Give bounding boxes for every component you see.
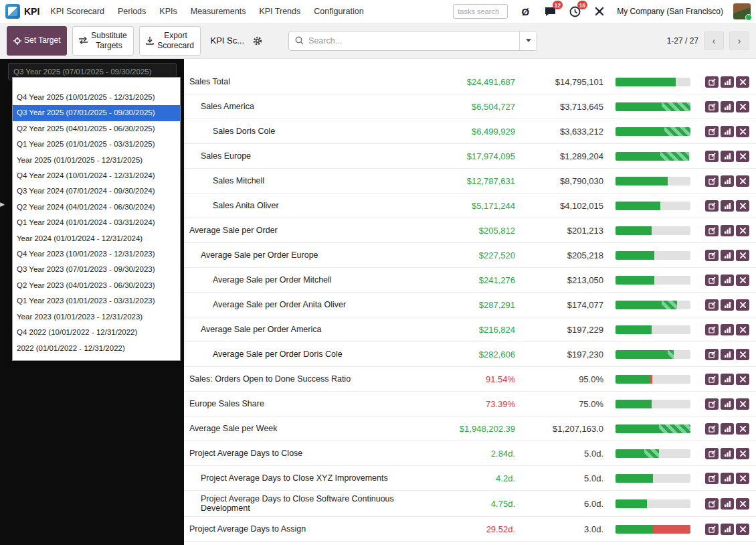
edit-button[interactable] — [705, 448, 719, 459]
chart-button[interactable] — [721, 473, 734, 484]
period-option[interactable]: Q3 Year 2024 (07/01/2024 - 09/30/2024) — [13, 183, 180, 199]
period-option[interactable]: Q1 Year 2024 (01/01/2024 - 03/31/2024) — [13, 215, 180, 230]
edit-button[interactable] — [705, 250, 719, 261]
chart-button[interactable] — [721, 299, 734, 311]
delete-button[interactable] — [736, 299, 749, 311]
sidebar-expand-arrow[interactable]: ▶ — [0, 201, 5, 208]
delete-button[interactable] — [736, 225, 749, 236]
delete-button[interactable] — [736, 398, 749, 410]
delete-button[interactable] — [736, 324, 749, 335]
delete-button[interactable] — [736, 473, 749, 484]
chart-button[interactable] — [721, 524, 734, 535]
edit-button[interactable] — [705, 225, 719, 236]
breadcrumb[interactable]: KPI Sc... — [210, 35, 244, 46]
chart-button[interactable] — [721, 200, 734, 212]
search-input[interactable] — [308, 31, 519, 50]
search-filter-toggle[interactable] — [519, 31, 537, 50]
chart-button[interactable] — [721, 374, 734, 385]
user-avatar[interactable] — [733, 3, 751, 19]
period-option[interactable]: Q3 Year 2023 (07/01/2023 - 09/30/2023) — [13, 262, 180, 277]
nav-item-kpi-scorecard[interactable]: KPI Scorecard — [50, 7, 104, 16]
edit-button[interactable] — [705, 76, 719, 88]
period-option[interactable]: Year 2025 (01/01/2025 - 12/31/2025) — [13, 153, 180, 168]
delete-button[interactable] — [736, 101, 749, 112]
chart-button[interactable] — [721, 76, 734, 88]
chart-button[interactable] — [721, 126, 734, 137]
chart-button[interactable] — [721, 349, 734, 360]
edit-button[interactable] — [705, 275, 719, 286]
delete-button[interactable] — [736, 349, 749, 360]
nav-item-kpis[interactable]: KPIs — [159, 7, 177, 16]
delete-button[interactable] — [736, 275, 749, 286]
delete-button[interactable] — [736, 126, 749, 137]
export-scorecard-button[interactable]: Export Scorecard — [139, 26, 201, 56]
delete-button[interactable] — [736, 151, 749, 162]
pager-prev-button[interactable]: ‹ — [704, 31, 724, 50]
period-option[interactable]: Year 2023 (01/01/2023 - 12/31/2023) — [13, 309, 180, 325]
nav-item-kpi-trends[interactable]: KPI Trends — [259, 7, 300, 16]
messages-icon[interactable]: 12 — [543, 4, 557, 19]
edit-button[interactable] — [705, 524, 719, 535]
period-option[interactable]: Q4 Year 2025 (10/01/2025 - 12/31/2025) — [13, 90, 180, 105]
nav-item-measurements[interactable]: Measurements — [191, 7, 246, 16]
edit-button[interactable] — [705, 473, 719, 484]
period-option[interactable]: 2022 (01/01/2022 - 12/31/2022) — [13, 341, 180, 356]
tasks-search-input[interactable] — [453, 4, 508, 19]
delete-button[interactable] — [736, 76, 749, 88]
activities-clock-icon[interactable]: 16 — [567, 4, 582, 19]
app-brand[interactable]: KPI — [5, 4, 39, 19]
tools-icon[interactable] — [592, 4, 607, 19]
substitute-targets-button[interactable]: Substitute Targets — [72, 26, 134, 56]
kpi-actual-value: 2.84d. — [411, 449, 515, 459]
chart-button[interactable] — [721, 498, 734, 510]
chart-button[interactable] — [721, 398, 734, 410]
chart-button[interactable] — [721, 175, 734, 187]
chart-button[interactable] — [721, 324, 734, 335]
period-option[interactable]: Q4 2022 (10/01/2022 - 12/31/2022) — [13, 325, 180, 340]
chart-button[interactable] — [721, 101, 734, 112]
period-option[interactable]: Q1 Year 2023 (01/01/2023 - 03/31/2023) — [13, 293, 180, 309]
edit-button[interactable] — [705, 423, 719, 435]
edit-button[interactable] — [705, 299, 719, 311]
delete-button[interactable] — [736, 498, 749, 510]
chart-button[interactable] — [721, 275, 734, 286]
chart-button[interactable] — [721, 448, 734, 459]
period-option[interactable]: Q4 Year 2023 (10/01/2023 - 12/31/2023) — [13, 246, 180, 262]
edit-button[interactable] — [705, 200, 719, 212]
delete-button[interactable] — [736, 175, 749, 187]
edit-button[interactable] — [705, 498, 719, 510]
set-target-button[interactable]: Set Target — [7, 26, 67, 56]
delete-button[interactable] — [736, 200, 749, 212]
delete-button[interactable] — [736, 250, 749, 261]
delete-button[interactable] — [736, 374, 749, 385]
slash-circle-icon[interactable]: Ø — [518, 4, 533, 19]
period-option[interactable]: Q3 Year 2025 (07/01/2025 - 09/30/2025) — [13, 105, 180, 121]
edit-button[interactable] — [705, 324, 719, 335]
period-option[interactable]: Q1 Year 2025 (01/01/2025 - 03/31/2025) — [13, 137, 180, 152]
chart-button[interactable] — [721, 151, 734, 162]
chart-button[interactable] — [721, 423, 734, 435]
edit-button[interactable] — [705, 151, 719, 162]
period-option[interactable]: Q2 Year 2024 (04/01/2024 - 06/30/2024) — [13, 200, 180, 215]
period-option[interactable]: Q4 Year 2024 (10/01/2024 - 12/31/2024) — [13, 168, 180, 183]
edit-button[interactable] — [705, 374, 719, 385]
edit-button[interactable] — [705, 349, 719, 360]
edit-button[interactable] — [705, 398, 719, 410]
delete-button[interactable] — [736, 524, 749, 535]
edit-button[interactable] — [705, 126, 719, 137]
chart-button[interactable] — [721, 225, 734, 236]
edit-button[interactable] — [705, 175, 719, 187]
edit-button[interactable] — [705, 101, 719, 112]
delete-button[interactable] — [736, 448, 749, 459]
chart-button[interactable] — [721, 250, 734, 261]
period-option[interactable]: Q2 Year 2023 (04/01/2023 - 06/30/2023) — [13, 278, 180, 293]
delete-button[interactable] — [736, 423, 749, 435]
nav-item-periods[interactable]: Periods — [118, 7, 146, 16]
pager-next-button[interactable]: › — [729, 31, 749, 50]
period-option[interactable]: Q2 Year 2025 (04/01/2025 - 06/30/2025) — [13, 121, 180, 137]
nav-item-configuration[interactable]: Configuration — [314, 7, 363, 16]
company-name[interactable]: My Company (San Francisco) — [617, 7, 723, 16]
kpi-target-value: 5.0d. — [515, 449, 609, 459]
period-option[interactable]: Year 2024 (01/01/2024 - 12/31/2024) — [13, 231, 180, 246]
gear-icon[interactable] — [250, 33, 266, 49]
